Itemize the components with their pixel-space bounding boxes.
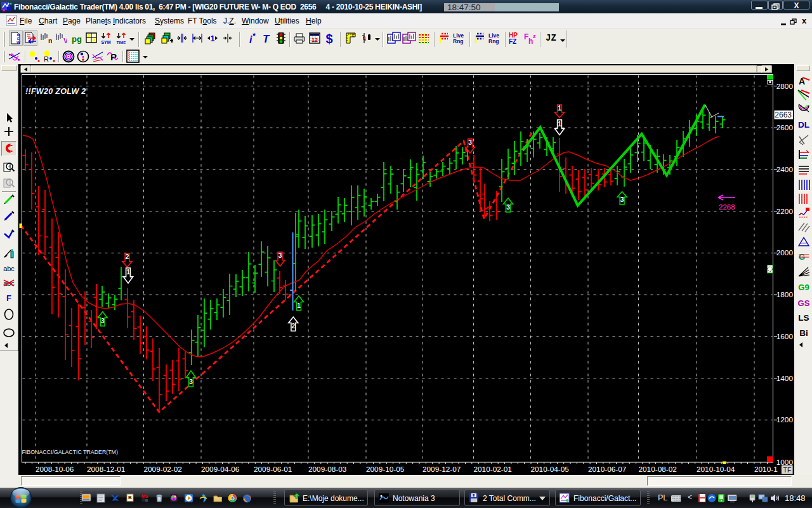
svg-text:2009-06-01: 2009-06-01: [254, 465, 292, 474]
svg-text:2800: 2800: [776, 82, 794, 91]
svg-text:TIME: TIME: [117, 41, 126, 44]
svg-text:2008-12-01: 2008-12-01: [87, 465, 125, 474]
svg-text:TF: TF: [783, 466, 792, 474]
svg-text:2010-06-07: 2010-06-07: [588, 465, 626, 474]
svg-text:2010-1: 2010-1: [754, 465, 778, 474]
svg-text:GS: GS: [798, 298, 810, 308]
svg-text:F: F: [6, 293, 11, 303]
svg-text:2009-10-05: 2009-10-05: [366, 465, 405, 474]
svg-text:2010-04-05: 2010-04-05: [531, 465, 570, 474]
svg-text:1: 1: [558, 105, 561, 112]
svg-text:2009-08-03: 2009-08-03: [308, 465, 347, 474]
svg-text:z: z: [533, 33, 536, 39]
svg-text:B: B: [128, 495, 132, 500]
svg-text:FIBONACCI/GALACTIC TRADER(TM): FIBONACCI/GALACTIC TRADER(TM): [22, 449, 118, 455]
svg-text:R: R: [44, 55, 49, 63]
svg-text:$: $: [325, 32, 332, 45]
svg-text:3: 3: [620, 196, 624, 203]
svg-text:2010-08-02: 2010-08-02: [639, 465, 677, 474]
svg-text:3: 3: [468, 139, 472, 146]
svg-text:2: 2: [292, 323, 296, 330]
svg-text:1600: 1600: [776, 332, 794, 341]
svg-text:3: 3: [278, 252, 282, 259]
svg-text:G9: G9: [798, 283, 809, 292]
svg-text:2009-12-07: 2009-12-07: [422, 465, 461, 474]
svg-text:pg: pg: [72, 34, 82, 44]
svg-text:V: V: [63, 37, 67, 44]
svg-text:1400: 1400: [776, 374, 794, 383]
svg-text:2663: 2663: [775, 110, 792, 119]
svg-text:12: 12: [311, 37, 318, 43]
svg-text:1800: 1800: [776, 290, 794, 299]
svg-text:2010-02-01: 2010-02-01: [474, 465, 512, 474]
svg-text:1: 1: [558, 121, 561, 128]
svg-text:1: 1: [297, 302, 301, 309]
svg-text:T: T: [263, 33, 270, 44]
svg-text:2008-10-06: 2008-10-06: [36, 465, 74, 474]
svg-text:2268: 2268: [719, 203, 735, 211]
svg-text:2000: 2000: [776, 248, 794, 257]
svg-text:3: 3: [189, 378, 193, 385]
svg-text:1200: 1200: [776, 415, 794, 424]
svg-text:2200: 2200: [776, 207, 794, 216]
svg-text:1: 1: [210, 34, 214, 43]
svg-text:!!FW20 ZOLW 2: !!FW20 ZOLW 2: [25, 87, 86, 96]
svg-text:3: 3: [506, 204, 510, 211]
svg-text:2010-10-04: 2010-10-04: [697, 465, 735, 474]
svg-text:2009-02-02: 2009-02-02: [144, 465, 182, 474]
svg-text:Bi: Bi: [799, 328, 808, 338]
svg-text:SYM: SYM: [101, 40, 110, 44]
svg-text:2: 2: [126, 253, 129, 260]
svg-text:i: i: [249, 34, 252, 44]
svg-text:2009-04-06: 2009-04-06: [201, 465, 240, 474]
svg-text:n: n: [48, 37, 52, 44]
svg-text:DL: DL: [798, 120, 809, 130]
svg-text:W: W: [16, 41, 20, 44]
svg-text:MS: MS: [141, 494, 148, 498]
svg-text:LS: LS: [798, 313, 809, 323]
svg-text:1000: 1000: [776, 458, 794, 467]
svg-text:abc: abc: [3, 265, 15, 272]
svg-text:1: 1: [126, 269, 130, 276]
svg-text:2600: 2600: [776, 123, 794, 132]
svg-text:2400: 2400: [776, 165, 794, 174]
svg-text:3: 3: [101, 318, 105, 324]
